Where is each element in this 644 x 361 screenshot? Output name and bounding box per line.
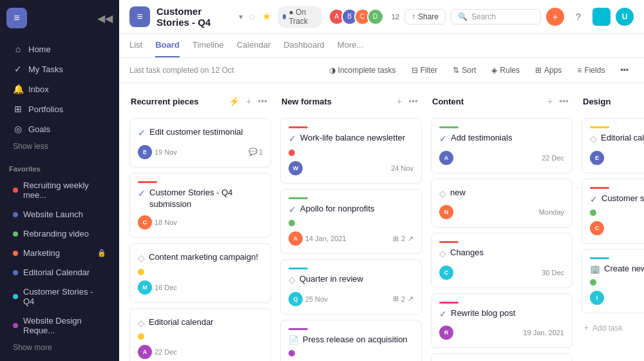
card-title-c2: ✓ Customer Stories - Q4 submission bbox=[138, 187, 263, 210]
card-date-c2: 18 Nov bbox=[155, 219, 177, 226]
filter-button[interactable]: ⊟ Filter bbox=[406, 63, 443, 77]
sort-button[interactable]: ⇅ Sort bbox=[448, 63, 481, 77]
card-title-n3: ◇ Quarter in review bbox=[289, 273, 413, 287]
card-ct4[interactable]: ✓ Rewrite blog post R 19 Jan, 2021 bbox=[431, 293, 573, 349]
nav-tabs: List Board Timeline Calendar Dashboard M… bbox=[119, 34, 644, 58]
more-options-button[interactable]: ••• bbox=[615, 63, 634, 77]
card-avatar-d2: C bbox=[590, 221, 604, 235]
tab-board[interactable]: Board bbox=[155, 34, 180, 57]
user-avatar[interactable]: U bbox=[616, 8, 634, 26]
card-title-ct2: ◇ new bbox=[439, 187, 564, 200]
card-c2[interactable]: ✓ Customer Stories - Q4 submission C 18 … bbox=[129, 173, 271, 238]
card-footer-d2: C 18 Jan, 2021 bbox=[590, 221, 644, 235]
add-button[interactable]: + bbox=[546, 8, 564, 26]
tab-timeline[interactable]: Timeline bbox=[193, 34, 224, 57]
card-d2[interactable]: ✓ Customer spo... C 18 Jan, 2021 bbox=[582, 179, 644, 244]
priority-bar-d1 bbox=[590, 126, 609, 128]
card-title-ct3: ◇ Changes bbox=[439, 247, 564, 260]
sidebar-item-goals[interactable]: ◎ Goals bbox=[4, 119, 115, 139]
col-add-new-formats[interactable]: + bbox=[394, 95, 404, 108]
incomplete-label: Incomplete tasks bbox=[338, 66, 396, 75]
card-c3[interactable]: ◇ Content marketing campaign! M 16 Dec bbox=[129, 243, 271, 303]
card-tag-c3 bbox=[138, 269, 263, 275]
sidebar-favorite-6[interactable]: Website Design Reque... bbox=[4, 311, 115, 340]
help-button[interactable]: ? bbox=[569, 8, 587, 26]
card-footer-ct1: A 22 Dec bbox=[439, 151, 564, 165]
priority-bar-ct3 bbox=[439, 241, 459, 243]
sidebar-item-home[interactable]: ⌂ Home bbox=[4, 39, 115, 59]
apps-button[interactable]: ⊞ Apps bbox=[530, 63, 567, 77]
card-ct1[interactable]: ✓ Add testimonials A 22 Dec bbox=[431, 118, 573, 173]
tab-more[interactable]: More... bbox=[337, 34, 363, 57]
tab-list[interactable]: List bbox=[129, 34, 142, 57]
diamond-icon-n3: ◇ bbox=[289, 274, 296, 287]
card-title-c3: ◇ Content marketing campaign! bbox=[138, 251, 263, 265]
search-box[interactable]: 🔍 Search bbox=[451, 9, 541, 24]
sidebar-favorite-2[interactable]: Rebranding video bbox=[4, 224, 115, 243]
card-d3[interactable]: 🏢 Create new in... I 17 Dec bbox=[582, 249, 644, 313]
sidebar-favorite-5[interactable]: Customer Stories - Q4 bbox=[4, 282, 115, 311]
card-date-c4: 22 Dec bbox=[155, 348, 177, 356]
col-dots-recurrent[interactable]: ••• bbox=[255, 95, 270, 108]
card-date-n3: 25 Nov bbox=[305, 295, 328, 303]
sidebar-favorite-3[interactable]: Marketing 🔒 bbox=[4, 244, 115, 262]
tag-dot-d3 bbox=[590, 279, 596, 286]
sidebar-item-goals-label: Goals bbox=[28, 124, 50, 134]
sidebar-favorite-4[interactable]: Editorial Calendar bbox=[4, 263, 115, 282]
card-footer-ct4: R 19 Jan, 2021 bbox=[439, 326, 564, 340]
sidebar-collapse-button[interactable]: ◀◀ bbox=[97, 12, 113, 24]
fields-label: Fields bbox=[584, 66, 605, 75]
card-n1[interactable]: ✓ Work-life balance newsletter W 24 Nov bbox=[280, 118, 422, 184]
sidebar-item-home-label: Home bbox=[28, 44, 51, 54]
card-n4[interactable]: 📄 Press release on acquisition P 23 Dec … bbox=[280, 320, 422, 361]
incomplete-tasks-button[interactable]: ◑ Incomplete tasks bbox=[324, 63, 401, 77]
priority-bar-d2 bbox=[590, 187, 609, 189]
sidebar-favorite-1[interactable]: Website Launch bbox=[4, 205, 115, 224]
priority-bar-n1 bbox=[289, 126, 308, 128]
card-avatar-d3: I bbox=[590, 291, 604, 305]
show-less-link[interactable]: Show less bbox=[4, 139, 119, 156]
priority-bar-d3 bbox=[590, 257, 609, 259]
col-dots-content[interactable]: ••• bbox=[556, 95, 571, 108]
sidebar-favorite-0[interactable]: Recruiting weekly mee... bbox=[4, 176, 115, 204]
sort-label: Sort bbox=[462, 66, 476, 75]
card-c4[interactable]: ◇ Editorial calendar A 22 Dec bbox=[129, 308, 271, 361]
lightning-icon: ⚡ bbox=[229, 96, 240, 106]
card-ct2[interactable]: ◇ new N Monday bbox=[431, 179, 573, 228]
tab-dashboard[interactable]: Dashboard bbox=[283, 34, 325, 57]
card-avatar-ct3: C bbox=[439, 266, 453, 280]
menu-icon: ≡ bbox=[6, 8, 27, 28]
star-icon[interactable]: ★ bbox=[262, 10, 271, 23]
sidebar-item-my-tasks[interactable]: ✓ My Tasks bbox=[4, 59, 115, 79]
add-card-design[interactable]: + Add task bbox=[582, 318, 644, 338]
card-ct5[interactable]: ✓ Choose customer for February spotlight… bbox=[431, 353, 573, 361]
fields-button[interactable]: ≡ Fields bbox=[572, 63, 610, 77]
status-badge: ● On Track bbox=[278, 6, 322, 28]
col-add-recurrent[interactable]: + bbox=[243, 95, 254, 108]
tab-calendar[interactable]: Calendar bbox=[236, 34, 270, 57]
card-d1[interactable]: ◇ Editorial cale... E 29 Dec bbox=[582, 118, 644, 173]
tag-dot-n1 bbox=[289, 150, 295, 156]
card-n3[interactable]: ◇ Quarter in review Q 25 Nov ⊞ 2 ↗ bbox=[280, 259, 422, 315]
card-n2[interactable]: ✓ Apollo for nonprofits A 14 Jan, 2021 ⊞… bbox=[280, 189, 422, 255]
subtask-icon-n3: ⊞ bbox=[393, 295, 399, 303]
col-add-content[interactable]: + bbox=[545, 95, 555, 108]
sidebar-item-inbox[interactable]: 🔔 Inbox bbox=[4, 79, 115, 99]
col-title-content: Content bbox=[432, 97, 541, 106]
card-comment-c1: 💬 1 bbox=[249, 148, 263, 156]
check-icon-ct4: ✓ bbox=[439, 308, 447, 321]
card-footer-d1: E 29 Dec bbox=[590, 151, 644, 165]
card-c1[interactable]: ✓ Edit customer testimonial E 19 Nov 💬 1 bbox=[129, 118, 271, 168]
bookmark-icon[interactable]: ○ bbox=[249, 11, 256, 23]
share-button[interactable]: ↑ Share bbox=[404, 9, 446, 24]
sidebar-item-portfolios[interactable]: ⊞ Portfolios bbox=[4, 99, 115, 119]
show-more-link[interactable]: Show more bbox=[4, 340, 119, 357]
card-ct3[interactable]: ◇ Changes C 30 Dec bbox=[431, 233, 573, 288]
col-dots-new-formats[interactable]: ••• bbox=[406, 95, 421, 108]
rules-button[interactable]: ◈ Rules bbox=[486, 63, 525, 77]
title-chevron-icon[interactable]: ▾ bbox=[239, 12, 243, 21]
rules-icon: ◈ bbox=[491, 66, 497, 75]
card-footer-c2: C 18 Nov bbox=[138, 215, 263, 229]
user-theme-button[interactable] bbox=[592, 8, 611, 26]
tag-dot-n2 bbox=[289, 220, 295, 226]
